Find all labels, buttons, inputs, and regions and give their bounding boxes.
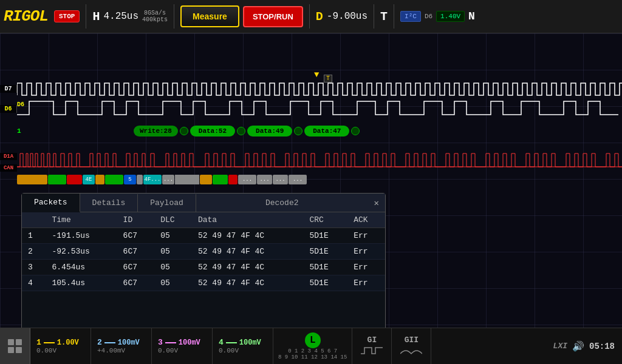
sample-info: 8GSa/s 400kpts — [142, 10, 168, 23]
decode-dot4 — [351, 127, 360, 135]
cell-ack: Err — [347, 260, 385, 275]
gi-section[interactable]: GI — [352, 328, 392, 365]
table-header-row: Time ID DLC Data CRC ACK — [22, 212, 385, 228]
trigger-arrow: ▼ — [314, 70, 319, 79]
can-signal — [17, 149, 622, 176]
n-label: N — [468, 10, 475, 22]
cell-crc: 5D1E — [304, 275, 348, 291]
cell-dlc: 05 — [154, 275, 192, 291]
decode-dot3 — [294, 127, 302, 135]
cell-num: 1 — [22, 228, 46, 244]
decode-dot2 — [237, 127, 245, 135]
ch2-status[interactable]: 2 100mV +4.00mV — [91, 328, 152, 365]
ch2-line — [104, 342, 115, 343]
cell-ack: Err — [347, 228, 385, 244]
gii-waveform — [400, 345, 422, 357]
table-row[interactable]: 1 -191.5us 6C7 05 52 49 47 4F 4C 5D1E Er… — [22, 228, 385, 244]
grid-button[interactable] — [0, 328, 30, 365]
cell-id: 6C7 — [117, 244, 155, 260]
l-bits-top: 0 1 2 3 4 5 6 7 — [288, 348, 337, 354]
ch3-status[interactable]: 3 100mV 0.00V — [152, 328, 213, 365]
col-time: Time — [46, 212, 117, 228]
divider4 — [374, 4, 374, 29]
decode-data47: Data:47 — [304, 126, 349, 136]
packet-dialog: Packets Details Payload Decode2 ✕ Time I… — [21, 193, 386, 328]
cell-id: 6C7 — [117, 228, 155, 244]
decode-write28: Write:28 — [134, 126, 178, 136]
col-crc: CRC — [304, 212, 348, 228]
table-row[interactable]: 2 -92.53us 6C7 05 52 49 47 4F 4C 5D1E Er… — [22, 244, 385, 260]
ch1-line — [44, 342, 55, 343]
dialog-close-button[interactable]: ✕ — [368, 195, 385, 211]
ch4-line — [226, 342, 237, 343]
cell-time: -92.53us — [46, 244, 117, 260]
speaker-icon: 🔊 — [572, 340, 584, 352]
ch2-number: 2 100mV — [97, 338, 145, 347]
cell-dlc: 05 — [154, 244, 192, 260]
ch1-offset: 0.00V — [36, 347, 84, 354]
ch2-offset: +4.00mV — [97, 347, 145, 354]
ch1-status[interactable]: 1 1.00V 0.00V — [30, 328, 91, 365]
cell-crc: 5D1E — [304, 260, 348, 275]
packet-table-body: 1 -191.5us 6C7 05 52 49 47 4F 4C 5D1E Er… — [22, 228, 385, 291]
cell-time: 6.454us — [46, 260, 117, 275]
d7-signal — [17, 81, 622, 98]
cell-id: 6C7 — [117, 260, 155, 275]
cell-num: 3 — [22, 260, 46, 275]
measure-button[interactable]: Measure — [180, 5, 239, 27]
cell-data: 52 49 47 4F 4C — [192, 244, 304, 260]
table-row[interactable]: 4 105.4us 6C7 05 52 49 47 4F 4C 5D1E Err — [22, 275, 385, 291]
ch4-number: 4 100mV — [219, 338, 267, 347]
lxi-section: LXI 🔊 05:18 — [546, 340, 622, 352]
tab-details[interactable]: Details — [80, 194, 138, 212]
divider5 — [394, 4, 394, 29]
cell-num: 2 — [22, 244, 46, 260]
d-value: -9.00us — [327, 11, 367, 22]
h-value: 4.25us — [103, 11, 138, 22]
cell-data: 52 49 47 4F 4C — [192, 275, 304, 291]
gii-section[interactable]: GII — [392, 328, 431, 365]
gi-label: GI — [367, 335, 377, 345]
cell-ack: Err — [347, 244, 385, 260]
cell-time: -191.5us — [46, 228, 117, 244]
col-data: Data — [192, 212, 304, 228]
stop-badge[interactable]: STOP — [54, 10, 80, 22]
ch4-offset: 0.00V — [219, 347, 267, 354]
d6-signal — [17, 99, 622, 117]
dialog-tabs: Packets Details Payload Decode2 ✕ — [22, 194, 385, 212]
can-label: CAN — [0, 164, 17, 172]
col-id: ID — [117, 212, 155, 228]
volt-badge: 1.40V — [436, 11, 465, 22]
ch1-label: 1 — [17, 127, 22, 135]
grid-icon — [8, 339, 22, 353]
time-display: 05:18 — [589, 342, 615, 351]
i2c-decode-row: Write:28 Data:52 Data:49 Data:47 — [134, 126, 360, 136]
t-label: T — [380, 10, 388, 24]
table-row[interactable]: 3 6.454us 6C7 05 52 49 47 4F 4C 5D1E Err — [22, 260, 385, 275]
h-label: H — [92, 10, 100, 24]
divider — [86, 4, 86, 29]
stop-run-button[interactable]: STOP/RUN — [243, 6, 303, 27]
i2c-badge: I²C — [400, 11, 421, 22]
tab-packets[interactable]: Packets — [22, 194, 80, 212]
gi-waveform — [361, 345, 383, 357]
cell-crc: 5D1E — [304, 228, 348, 244]
cell-dlc: 05 — [154, 260, 192, 275]
header-bar: RIGOL STOP H 4.25us 8GSa/s 400kpts Measu… — [0, 0, 622, 33]
col-ack: ACK — [347, 212, 385, 228]
d6-badge: D6 — [425, 13, 432, 20]
l-section[interactable]: L 0 1 2 3 4 5 6 7 8 9 10 11 12 13 14 15 — [273, 328, 352, 365]
col-dlc: DLC — [154, 212, 192, 228]
d6-label: D6 — [0, 105, 17, 113]
scope-area: ▼ T D7 D6 D6 1 Write:28 Data:52 Data:49 … — [0, 33, 622, 328]
lxi-label: LXI — [553, 342, 567, 351]
d-label: D — [316, 10, 323, 24]
d1a-label: D1A — [0, 153, 17, 160]
ch4-status[interactable]: 4 100mV 0.00V — [213, 328, 273, 365]
tab-payload[interactable]: Payload — [138, 194, 196, 212]
can-decode-row: 4E 5 4F... ... ... ... ... ... — [17, 174, 622, 185]
l-button[interactable]: L — [305, 332, 321, 348]
table-empty-space — [22, 291, 385, 328]
cell-num: 4 — [22, 275, 46, 291]
ch1-label-row: 1 — [17, 124, 24, 138]
